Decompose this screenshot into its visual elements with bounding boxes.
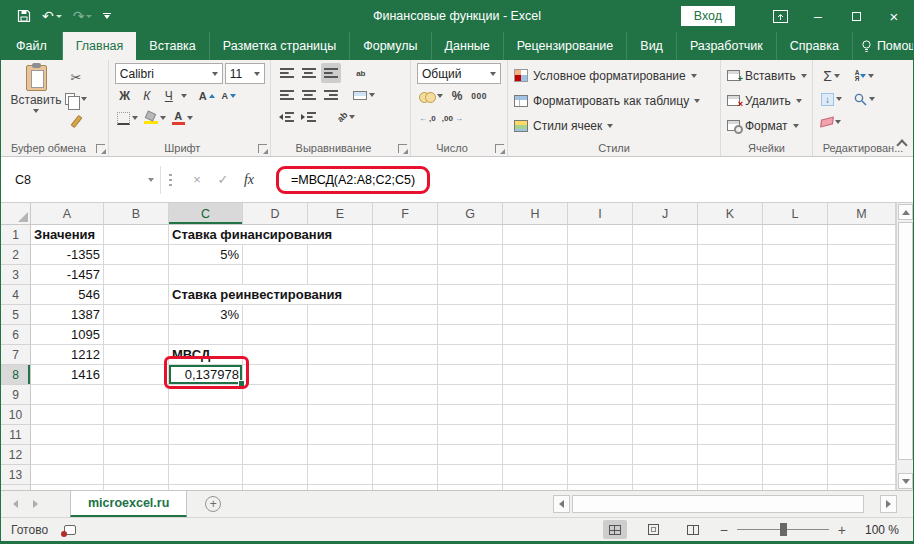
- cell-H3[interactable]: [503, 265, 568, 285]
- cell-G4[interactable]: [438, 285, 503, 305]
- conditional-formatting-button[interactable]: Условное форматирование: [514, 65, 700, 86]
- cell-H1[interactable]: [503, 225, 568, 245]
- cell-M2[interactable]: [828, 245, 896, 265]
- delete-cells-button[interactable]: × Удалить: [727, 90, 807, 111]
- column-header-J[interactable]: J: [633, 203, 698, 225]
- tab-data[interactable]: Данные: [432, 32, 504, 60]
- cell-J4[interactable]: [633, 285, 698, 305]
- format-cells-button[interactable]: Формат: [727, 115, 807, 136]
- decrease-decimal-button[interactable]: ,00→: [440, 108, 465, 128]
- borders-button[interactable]: [115, 108, 140, 128]
- cell-F8[interactable]: [373, 365, 438, 385]
- cell-H9[interactable]: [503, 385, 568, 405]
- cell-L9[interactable]: [763, 385, 828, 405]
- cell-I10[interactable]: [568, 405, 633, 425]
- cell-J1[interactable]: [633, 225, 698, 245]
- find-select-button[interactable]: [852, 89, 877, 109]
- cell-A10[interactable]: [31, 405, 104, 425]
- cell-F12[interactable]: [373, 445, 438, 465]
- cell-F11[interactable]: [373, 425, 438, 445]
- cell-A1[interactable]: Значения: [31, 225, 104, 245]
- column-header-H[interactable]: H: [503, 203, 568, 225]
- cell-G13[interactable]: [438, 465, 503, 485]
- row-header-11[interactable]: 11: [1, 425, 31, 445]
- underline-button[interactable]: Ч: [159, 86, 179, 106]
- cell-C13[interactable]: [169, 465, 243, 485]
- cell-I13[interactable]: [568, 465, 633, 485]
- cell-A7[interactable]: 1212: [31, 345, 104, 365]
- comma-style-button[interactable]: 000: [469, 86, 489, 106]
- cell-D7[interactable]: [243, 345, 308, 365]
- cell-D12[interactable]: [243, 445, 308, 465]
- cell-F3[interactable]: [373, 265, 438, 285]
- number-dialog-launcher-icon[interactable]: [495, 144, 504, 153]
- cell-A9[interactable]: [31, 385, 104, 405]
- scroll-down-icon[interactable]: [898, 473, 913, 489]
- cell-K2[interactable]: [698, 245, 763, 265]
- column-header-D[interactable]: D: [243, 203, 308, 225]
- cancel-icon[interactable]: ×: [184, 166, 210, 194]
- cell-A8[interactable]: 1416: [31, 365, 104, 385]
- cell-I7[interactable]: [568, 345, 633, 365]
- cell-I4[interactable]: [568, 285, 633, 305]
- cell-C7[interactable]: МВСД: [169, 345, 243, 365]
- tab-page-layout[interactable]: Разметка страницы: [210, 32, 350, 60]
- row-header-4[interactable]: 4: [1, 285, 31, 305]
- cell-M1[interactable]: [828, 225, 896, 245]
- cell-L2[interactable]: [763, 245, 828, 265]
- select-all-corner[interactable]: [1, 203, 31, 225]
- cell-K4[interactable]: [698, 285, 763, 305]
- cell-J3[interactable]: [633, 265, 698, 285]
- cell-L8[interactable]: [763, 365, 828, 385]
- tab-help[interactable]: Справка: [777, 32, 853, 60]
- row-header-3[interactable]: 3: [1, 265, 31, 285]
- cell-B13[interactable]: [104, 465, 169, 485]
- cell-K9[interactable]: [698, 385, 763, 405]
- tab-view[interactable]: Вид: [627, 32, 677, 60]
- cell-C6[interactable]: [169, 325, 243, 345]
- cell-K5[interactable]: [698, 305, 763, 325]
- cell-J10[interactable]: [633, 405, 698, 425]
- decrease-indent-button[interactable]: [277, 107, 297, 127]
- cell-A3[interactable]: -1457: [31, 265, 104, 285]
- helper-button[interactable]: Помощн: [853, 39, 914, 53]
- cell-K12[interactable]: [698, 445, 763, 465]
- cell-G3[interactable]: [438, 265, 503, 285]
- cell-G8[interactable]: [438, 365, 503, 385]
- cell-B4[interactable]: [104, 285, 169, 305]
- ribbon-display-options-icon[interactable]: [761, 0, 799, 32]
- cell-J9[interactable]: [633, 385, 698, 405]
- autosum-button[interactable]: Σ: [819, 66, 844, 86]
- undo-icon[interactable]: ↶: [42, 9, 62, 23]
- cell-D6[interactable]: [243, 325, 308, 345]
- paste-button[interactable]: Вставить: [9, 63, 63, 113]
- sign-in-button[interactable]: Вход: [681, 6, 735, 26]
- align-right-button[interactable]: [321, 85, 341, 105]
- column-header-C[interactable]: C: [169, 203, 243, 225]
- cell-C9[interactable]: [169, 385, 243, 405]
- cell-D11[interactable]: [243, 425, 308, 445]
- cell-C11[interactable]: [169, 425, 243, 445]
- cell-E9[interactable]: [308, 385, 373, 405]
- cell-C1[interactable]: Ставка финансирования: [169, 225, 243, 245]
- view-page-layout-button[interactable]: [642, 520, 666, 539]
- cell-L7[interactable]: [763, 345, 828, 365]
- cell-I5[interactable]: [568, 305, 633, 325]
- cell-K11[interactable]: [698, 425, 763, 445]
- cell-G1[interactable]: [438, 225, 503, 245]
- cell-F6[interactable]: [373, 325, 438, 345]
- cell-G2[interactable]: [438, 245, 503, 265]
- alignment-dialog-launcher-icon[interactable]: [398, 144, 407, 153]
- column-header-M[interactable]: M: [828, 203, 896, 225]
- cell-L6[interactable]: [763, 325, 828, 345]
- view-page-break-button[interactable]: [681, 520, 705, 539]
- column-header-E[interactable]: E: [308, 203, 373, 225]
- cell-H4[interactable]: [503, 285, 568, 305]
- cell-A13[interactable]: [31, 465, 104, 485]
- zoom-slider-thumb[interactable]: [780, 523, 787, 536]
- cell-E11[interactable]: [308, 425, 373, 445]
- cell-B3[interactable]: [104, 265, 169, 285]
- orientation-button[interactable]: ab: [335, 107, 358, 127]
- cut-button[interactable]: ✂: [63, 67, 89, 87]
- new-sheet-icon[interactable]: [205, 496, 221, 512]
